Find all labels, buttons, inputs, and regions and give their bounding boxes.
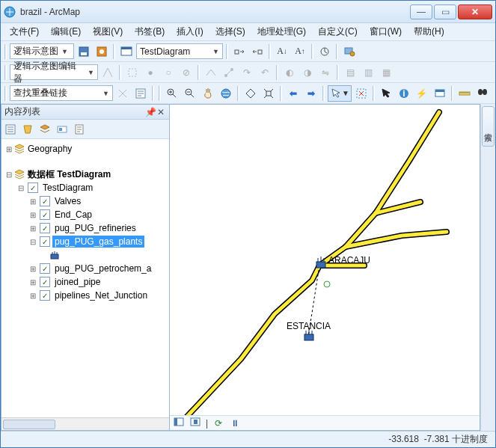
list-by-visibility-icon[interactable]: [37, 122, 52, 137]
menu-insert[interactable]: 插入(I): [171, 23, 209, 40]
menu-edit[interactable]: 编辑(E): [45, 23, 87, 40]
html-popup-icon[interactable]: [432, 85, 448, 102]
tree-layer-joined-pipe[interactable]: ⊞✓ joined_pipe: [1, 275, 169, 289]
align-right-icon: ▦: [378, 64, 394, 81]
menu-customize[interactable]: 自定义(C): [312, 23, 364, 40]
tree-layer-net-junctions[interactable]: ⊞✓ pipelines_Net_Junction: [1, 289, 169, 302]
decrease-symbol-icon[interactable]: A↓: [274, 43, 290, 60]
map-nav-bar: | ⟳ ⏸: [170, 415, 480, 430]
tree-group-testdiagram[interactable]: ⊟✓ TestDiagram: [1, 181, 169, 194]
fixed-zoom-out-icon[interactable]: [260, 85, 277, 102]
tree-label: 数据框 TestDiagram: [25, 168, 113, 182]
align-left-icon: ▤: [342, 64, 358, 81]
toc-tree[interactable]: ⊞ Geography ⊟ 数据框 TestDiagram ⊟✓ TestDia…: [1, 139, 169, 417]
increase-symbol-icon[interactable]: A↑: [292, 43, 308, 60]
mirror-icon: ⇋: [317, 64, 334, 81]
layout-task-combo[interactable]: 查找重叠链接▼: [10, 85, 113, 101]
back-extent-icon[interactable]: ⬅: [285, 85, 301, 102]
select-elements-icon[interactable]: [378, 85, 394, 102]
menu-geoprocessing[interactable]: 地理处理(G): [251, 23, 312, 40]
select-features-icon[interactable]: ▼: [328, 85, 352, 102]
restore-symbol-icon[interactable]: [316, 43, 333, 60]
map-container: ARACAJU ESTANCIA | ⟳ ⏸: [170, 104, 480, 431]
toc-header[interactable]: 内容列表 📌 ✕: [1, 105, 169, 120]
menu-file[interactable]: 文件(F): [4, 23, 45, 40]
toc-panel: 内容列表 📌 ✕ ⊞ Geography ⊟: [1, 104, 170, 431]
svg-text:i: i: [402, 88, 405, 99]
find-icon[interactable]: [474, 85, 491, 102]
tree-layer-endcap[interactable]: ⊞✓ End_Cap: [1, 208, 169, 221]
svg-point-11: [350, 52, 355, 56]
menu-view[interactable]: 视图(V): [87, 23, 129, 40]
layout-prev-icon[interactable]: [189, 417, 201, 429]
svg-rect-12: [129, 69, 136, 76]
svg-rect-7: [235, 50, 239, 54]
tree-label: Geography: [25, 143, 74, 155]
schematic-editor-dropdown[interactable]: 逻辑示意图编辑器▼: [10, 64, 98, 80]
select-end-icon: ●: [142, 64, 159, 81]
tree-label: joined_pipe: [52, 276, 102, 288]
client-area: 内容列表 📌 ✕ ⊞ Geography ⊟: [1, 104, 495, 431]
close-button[interactable]: ✕: [458, 4, 492, 19]
tree-symbol-gas-plants[interactable]: [1, 248, 169, 262]
select-schematic-icon: [124, 64, 141, 81]
list-by-drawing-icon[interactable]: [3, 122, 18, 137]
layout-properties-icon[interactable]: [132, 85, 149, 102]
diagram-layer-combo[interactable]: TestDiagram▼: [136, 43, 223, 59]
list-by-source-icon[interactable]: [20, 122, 35, 137]
tree-layer-refineries[interactable]: ⊞✓ pug_PUG_refineries: [1, 221, 169, 235]
tree-dataframe-testdiagram[interactable]: ⊟ 数据框 TestDiagram: [1, 168, 169, 181]
map-view[interactable]: ARACAJU ESTANCIA: [170, 105, 480, 415]
hyperlink-icon[interactable]: ⚡: [414, 85, 430, 102]
title-bar[interactable]: brazil - ArcMap — ▭ ✕: [1, 1, 495, 23]
scrollbar-thumb[interactable]: [3, 420, 55, 429]
tree-layer-petrochem[interactable]: ⊞✓ pug_PUG_petrochem_a: [1, 262, 169, 275]
window-buttons: — ▭ ✕: [410, 4, 492, 19]
rotate-left-icon: ◐: [281, 64, 298, 81]
pan-icon[interactable]: [200, 85, 216, 102]
schematic-config-icon[interactable]: [341, 43, 358, 60]
bypass-icon: ↷: [239, 64, 255, 81]
toc-pin-icon[interactable]: 📌: [145, 107, 156, 117]
measure-icon[interactable]: [456, 85, 473, 102]
clear-selection-icon[interactable]: [353, 85, 370, 102]
menu-selection[interactable]: 选择(S): [209, 23, 251, 40]
list-by-selection-icon[interactable]: [55, 122, 70, 137]
tree-layer-gas-plants[interactable]: ⊟✓ pug_PUG_gas_plants: [1, 235, 169, 248]
catalog-tab[interactable]: 搜索: [482, 106, 495, 147]
menu-help[interactable]: 帮助(H): [408, 23, 450, 40]
map-label-aracaju: ARACAJU: [328, 255, 370, 266]
pause-drawing-icon[interactable]: ⏸: [229, 418, 241, 429]
options-icon[interactable]: [72, 122, 87, 137]
menu-bookmarks[interactable]: 书签(B): [129, 23, 171, 40]
toc-close-icon[interactable]: ✕: [156, 107, 166, 117]
toc-hscrollbar[interactable]: [1, 417, 169, 430]
layout-first-icon[interactable]: [173, 417, 185, 429]
propagate-to-map-icon[interactable]: [231, 43, 248, 60]
refresh-map-icon[interactable]: ⟳: [212, 418, 224, 429]
minimize-button[interactable]: —: [410, 4, 432, 19]
zoom-in-icon[interactable]: [164, 85, 180, 102]
right-dock: 搜索: [480, 104, 495, 431]
window-title: brazil - ArcMap: [20, 7, 410, 17]
maximize-button[interactable]: ▭: [434, 4, 456, 19]
tree-label: End_Cap: [52, 209, 94, 221]
identify-icon[interactable]: i: [396, 85, 412, 102]
zoom-out-icon[interactable]: [182, 85, 198, 102]
update-diagram-icon[interactable]: [94, 43, 110, 60]
tree-label: pug_PUG_gas_plants: [52, 236, 144, 248]
svg-rect-31: [59, 128, 62, 131]
diagram-window-icon[interactable]: [118, 43, 135, 60]
select-root-icon: ○: [160, 64, 177, 81]
propagate-to-diagram-icon[interactable]: [249, 43, 266, 60]
save-diagram-icon[interactable]: [76, 43, 92, 60]
tree-dataframe-geography[interactable]: ⊞ Geography: [1, 142, 169, 156]
status-coords: -33.618 -7.381 十进制度: [388, 433, 488, 446]
tree-layer-valves[interactable]: ⊞✓ Valves: [1, 194, 169, 208]
svg-rect-40: [194, 420, 198, 424]
fixed-zoom-in-icon[interactable]: [242, 85, 259, 102]
forward-extent-icon[interactable]: ➡: [303, 85, 319, 102]
menu-windows[interactable]: 窗口(W): [364, 23, 408, 40]
full-extent-icon[interactable]: [218, 85, 234, 102]
schematic-dropdown[interactable]: 逻辑示意图▼: [10, 43, 74, 59]
